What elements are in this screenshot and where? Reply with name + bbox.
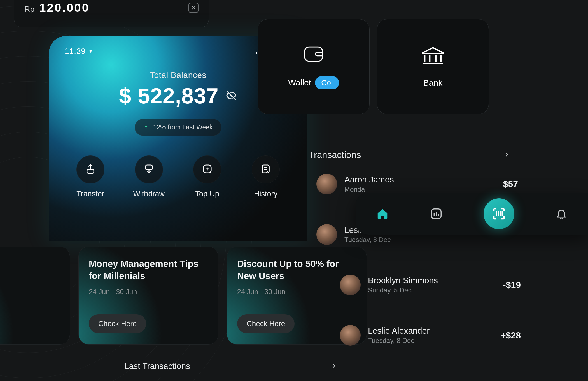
avatar — [316, 174, 337, 194]
tx-name: Brooklyn Simmons — [368, 276, 438, 285]
tx-name: Aaron James — [344, 175, 394, 184]
amount-card: Rp 120.000 ✕ — [14, 0, 209, 27]
tx-when: Monda — [344, 185, 394, 193]
last-transactions-header[interactable]: Last Transactions — [124, 361, 337, 371]
topup-icon — [201, 163, 213, 176]
wallet-icon — [303, 44, 325, 65]
action-label: Transfer — [76, 190, 104, 198]
transaction-row[interactable]: Brooklyn Simmons Sunday, 5 Dec -$19 — [353, 275, 521, 295]
tx-when: Sunday, 5 Dec — [368, 286, 438, 294]
quick-actions: Transfer Withdraw Top Up History — [49, 155, 307, 198]
avatar — [316, 224, 337, 245]
balance-amount: $ 522,837 — [119, 83, 219, 109]
action-history[interactable]: History — [238, 155, 294, 198]
tx-amount: $57 — [503, 179, 518, 189]
history-icon — [260, 163, 272, 176]
promo-title-a: Money Management Tips — [89, 259, 199, 269]
nav-home-icon[interactable] — [376, 207, 389, 220]
svg-rect-11 — [305, 47, 323, 61]
location-icon — [88, 47, 93, 56]
transfer-icon — [85, 163, 96, 176]
tx-amount: -$19 — [503, 280, 521, 290]
promo-cta-button[interactable]: Check Here — [237, 314, 295, 333]
eye-off-icon[interactable] — [225, 90, 237, 103]
action-label: History — [254, 190, 277, 198]
close-icon[interactable]: ✕ — [188, 3, 199, 13]
tile-label: Wallet — [288, 78, 311, 87]
action-topup[interactable]: Top Up — [179, 155, 235, 198]
promo-cta-button[interactable]: Check Here — [89, 314, 146, 333]
status-time: 11:39 — [65, 47, 86, 56]
chevron-right-icon — [503, 150, 510, 160]
tile-label: Bank — [423, 78, 442, 88]
tx-when: Tuesday, 8 Dec — [344, 236, 391, 244]
amount-value: 120.000 — [39, 1, 90, 14]
tx-when: Tuesday, 8 Dec — [368, 337, 430, 345]
trend-pill: 12% from Last Week — [135, 119, 221, 136]
tx-name: Leslie Alexander — [368, 326, 430, 336]
tile-wallet[interactable]: Wallet Go! — [258, 19, 370, 114]
promo-dates: 24 Jun - 30 Jun — [237, 288, 356, 296]
transactions-title: Transactions — [309, 150, 361, 160]
avatar — [340, 325, 361, 346]
promo-dates: 24 Jun - 30 Jun — [89, 288, 208, 296]
chevron-right-icon — [331, 361, 337, 371]
svg-rect-10 — [262, 165, 269, 173]
trend-text: 12% from Last Week — [153, 124, 213, 131]
svg-rect-7 — [87, 169, 94, 173]
transactions-header[interactable]: Transactions — [309, 150, 510, 160]
nav-stats-icon[interactable] — [430, 207, 443, 220]
bank-icon — [420, 46, 445, 67]
action-withdraw[interactable]: Withdraw — [121, 155, 177, 198]
promo-card[interactable]: Money Management Tipsfor Millenials 24 J… — [78, 247, 218, 345]
last-transactions-label: Last Transactions — [124, 361, 190, 371]
nav-scan-button[interactable] — [484, 198, 514, 229]
promo-card[interactable]: tow Users ere — [0, 247, 70, 345]
nav-bell-icon[interactable] — [555, 208, 568, 220]
tile-bank[interactable]: Bank — [377, 19, 489, 114]
go-badge[interactable]: Go! — [315, 76, 339, 89]
svg-rect-8 — [145, 165, 152, 170]
promo-title-b: for Millenials — [89, 271, 145, 281]
svg-rect-0 — [256, 52, 257, 54]
action-label: Withdraw — [133, 190, 165, 198]
promo-title-b: New Users — [237, 271, 284, 281]
transaction-row[interactable]: Leslie Alexander Tuesday, 8 Dec +$28 — [353, 325, 521, 346]
avatar — [340, 275, 361, 295]
currency-label: Rp — [24, 5, 35, 13]
action-transfer[interactable]: Transfer — [62, 155, 118, 198]
bottom-nav — [356, 193, 588, 235]
withdraw-icon — [143, 163, 155, 176]
action-label: Top Up — [195, 190, 220, 198]
tx-amount: +$28 — [501, 330, 521, 341]
arrow-up-icon — [143, 125, 149, 130]
promo-title-a: Discount Up to 50% for — [237, 259, 339, 269]
transaction-row[interactable]: Aaron James Monda $57 — [316, 174, 518, 194]
